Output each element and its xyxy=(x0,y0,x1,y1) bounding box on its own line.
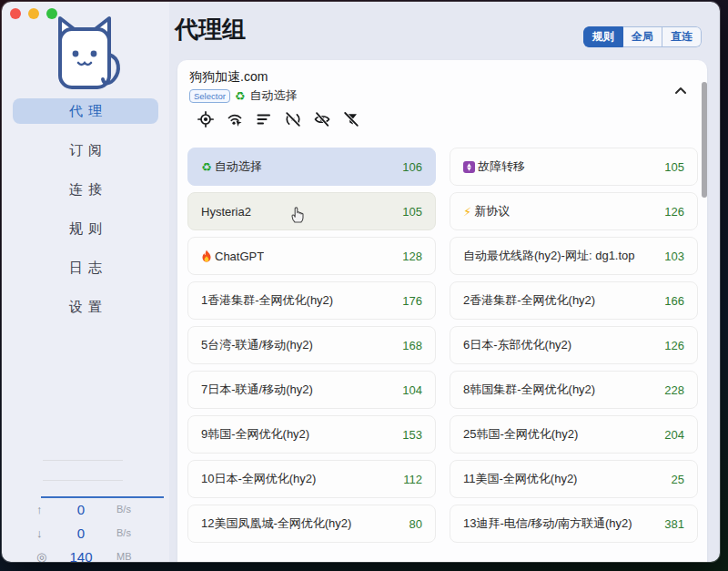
stat-unit: MB xyxy=(107,551,147,562)
lightning-icon: ⚡ xyxy=(463,205,471,219)
proxy-latency: 153 xyxy=(395,428,422,442)
proxy-latency: 126 xyxy=(657,339,684,352)
mode-button-0[interactable]: 规则 xyxy=(583,26,623,47)
proxy-latency: 126 xyxy=(657,205,684,219)
proxy-cell[interactable]: 9韩国-全网优化(hy2)153 xyxy=(187,415,436,454)
sidebar-item-0[interactable]: 代理 xyxy=(13,98,158,124)
proxy-name: 12美国凤凰城-全网优化(hy2) xyxy=(201,515,351,532)
proxy-cell[interactable]: ChatGPT128 xyxy=(187,237,436,275)
proxy-cell[interactable]: 12美国凤凰城-全网优化(hy2)80 xyxy=(187,505,436,543)
traffic-chart-gridline xyxy=(43,460,123,461)
group-toolbar xyxy=(197,111,359,127)
proxy-cell[interactable]: 自动最优线路(hy2)-网址: dg1.top103 xyxy=(450,237,698,275)
app-window: 代理订阅连接规则日志设置 ↑0B/s↓0B/s◎140MB 代理组 规则全局直连… xyxy=(2,2,720,562)
proxy-name: 10日本-全网优化(hy2) xyxy=(201,471,316,487)
stat-row-upload-arrow: ↑0B/s xyxy=(2,497,169,521)
proxy-cell[interactable]: ⚡新协议126 xyxy=(450,192,698,230)
sidebar-item-3[interactable]: 规则 xyxy=(13,216,158,241)
proxy-latency: 176 xyxy=(395,294,422,308)
filter-off-icon[interactable] xyxy=(343,111,359,127)
proxy-latency: 106 xyxy=(395,160,422,174)
proxy-latency: 204 xyxy=(657,428,684,442)
main-panel: 代理组 规则全局直连 狗狗加速.com Selector ♻ 自动选择 ♻自动选… xyxy=(169,2,720,562)
sidebar-item-5[interactable]: 设置 xyxy=(13,294,158,320)
proxy-latency: 103 xyxy=(657,250,684,263)
proxy-cell[interactable]: 2香港集群-全网优化(hy2)166 xyxy=(450,281,698,320)
stat-value: 140 xyxy=(55,549,107,563)
group-name: 狗狗加速.com xyxy=(189,69,268,86)
proxy-name: 6日本-东部优化(hy2) xyxy=(463,337,571,353)
tethering-off-icon[interactable] xyxy=(285,111,301,127)
mode-button-2[interactable]: 直连 xyxy=(662,26,702,47)
proxy-name: 自动最优线路(hy2)-网址: dg1.top xyxy=(463,248,635,264)
proxy-group-card: 狗狗加速.com Selector ♻ 自动选择 ♻自动选择106故障转移105… xyxy=(177,60,707,562)
download-arrow-icon: ↓ xyxy=(36,526,55,540)
stat-row-memory: ◎140MB xyxy=(2,545,169,562)
delay-test-icon[interactable] xyxy=(227,111,243,127)
proxy-name: ChatGPT xyxy=(201,250,264,263)
proxy-cell[interactable]: 25韩国-全网优化(hy2)204 xyxy=(450,415,698,454)
proxy-cell[interactable]: 7日本-联通/移动(hy2)104 xyxy=(187,371,436,409)
proxy-grid: ♻自动选择106故障转移105Hysteria2105⚡新协议126ChatGP… xyxy=(177,148,707,543)
proxy-latency: 105 xyxy=(657,160,684,174)
locate-icon[interactable] xyxy=(197,111,214,127)
proxy-mode-switch: 规则全局直连 xyxy=(583,26,702,47)
traffic-stats: ↑0B/s↓0B/s◎140MB xyxy=(2,497,169,562)
six-pointed-star-icon xyxy=(463,161,475,173)
proxy-cell[interactable]: 1香港集群-全网优化(hy2)176 xyxy=(187,281,436,320)
proxy-name: ⚡新协议 xyxy=(463,203,510,219)
current-proxy-label: 自动选择 xyxy=(250,87,298,104)
minimize-button[interactable] xyxy=(28,8,39,19)
proxy-cell[interactable]: Hysteria2105 xyxy=(187,192,436,230)
proxy-name: 故障转移 xyxy=(463,158,525,175)
proxy-cell[interactable]: 5台湾-联通/移动(hy2)168 xyxy=(187,326,436,364)
proxy-cell[interactable]: 11美国-全网优化(hy2)25 xyxy=(450,460,698,498)
proxy-name: 5台湾-联通/移动(hy2) xyxy=(201,337,313,353)
proxy-name: 13迪拜-电信/移动/南方联通(hy2) xyxy=(463,515,632,532)
page-title: 代理组 xyxy=(175,14,246,46)
proxy-latency: 104 xyxy=(395,383,422,397)
recycle-icon: ♻ xyxy=(201,160,212,174)
proxy-latency: 228 xyxy=(657,383,684,397)
proxy-cell[interactable]: 10日本-全网优化(hy2)112 xyxy=(187,460,436,498)
visibility-off-icon[interactable] xyxy=(314,111,330,127)
sidebar: 代理订阅连接规则日志设置 ↑0B/s↓0B/s◎140MB xyxy=(2,2,169,562)
proxy-latency: 112 xyxy=(396,473,422,486)
sidebar-item-2[interactable]: 连接 xyxy=(13,177,158,202)
proxy-cell[interactable]: 8韩国集群-全网优化(hy2)228 xyxy=(450,371,698,409)
desktop-background: 代理订阅连接规则日志设置 ↑0B/s↓0B/s◎140MB 代理组 规则全局直连… xyxy=(0,0,728,571)
proxy-name: ♻自动选择 xyxy=(201,158,262,175)
sidebar-item-1[interactable]: 订阅 xyxy=(13,138,158,163)
proxy-name: 1香港集群-全网优化(hy2) xyxy=(201,292,333,309)
stat-unit: B/s xyxy=(107,504,147,515)
proxy-name: 25韩国-全网优化(hy2) xyxy=(463,426,578,443)
proxy-name: Hysteria2 xyxy=(201,205,251,219)
proxy-name: 7日本-联通/移动(hy2) xyxy=(201,382,313,398)
collapse-chevron-up-icon[interactable] xyxy=(674,82,687,98)
stat-value: 0 xyxy=(55,502,107,517)
sort-icon[interactable] xyxy=(256,111,272,127)
proxy-latency: 168 xyxy=(395,339,422,352)
traffic-chart-gridline xyxy=(43,480,123,481)
scrollbar-thumb[interactable] xyxy=(702,82,707,198)
proxy-name: 8韩国集群-全网优化(hy2) xyxy=(463,382,595,398)
proxy-latency: 80 xyxy=(402,517,422,531)
sidebar-item-4[interactable]: 日志 xyxy=(13,255,158,280)
proxy-cell[interactable]: ♻自动选择106 xyxy=(187,148,436,186)
proxy-latency: 25 xyxy=(664,473,684,486)
stat-value: 0 xyxy=(55,525,107,541)
proxy-cell[interactable]: 6日本-东部优化(hy2)126 xyxy=(450,326,698,364)
memory-icon: ◎ xyxy=(36,550,55,563)
close-button[interactable] xyxy=(10,8,21,19)
group-subtitle: Selector ♻ 自动选择 xyxy=(189,87,298,104)
stat-unit: B/s xyxy=(107,527,147,538)
proxy-latency: 381 xyxy=(657,517,684,531)
proxy-name: 11美国-全网优化(hy2) xyxy=(463,471,577,487)
group-type-badge: Selector xyxy=(189,89,230,103)
proxy-cell[interactable]: 13迪拜-电信/移动/南方联通(hy2)381 xyxy=(450,505,698,543)
cat-logo xyxy=(46,11,124,97)
proxy-name: 9韩国-全网优化(hy2) xyxy=(201,426,309,443)
sidebar-menu: 代理订阅连接规则日志设置 xyxy=(2,98,169,333)
mode-button-1[interactable]: 全局 xyxy=(623,26,662,47)
proxy-cell[interactable]: 故障转移105 xyxy=(450,148,698,186)
